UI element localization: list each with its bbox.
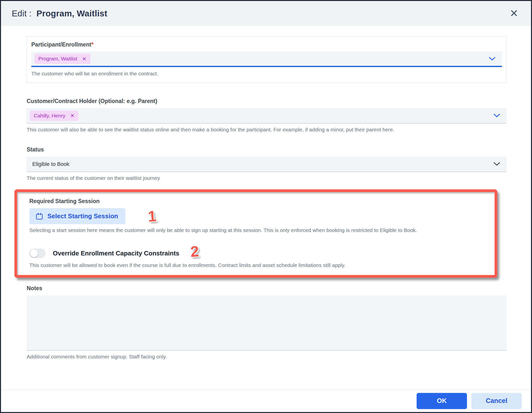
required-asterisk: * bbox=[91, 41, 93, 48]
annotation-number-2: 2 bbox=[190, 244, 200, 259]
modal-footer: OK Cancel bbox=[1, 390, 531, 412]
participant-field-group: Participant/Enrollment* Program, Waitlis… bbox=[27, 36, 507, 83]
select-starting-session-label: Select Starting Session bbox=[47, 212, 118, 220]
customer-select[interactable]: Cahilly, Henry ✕ bbox=[27, 108, 507, 124]
customer-label: Customer/Contract Holder (Optional: e.g.… bbox=[27, 98, 507, 104]
status-field-group: Status Eligible to Book The current stat… bbox=[27, 146, 507, 181]
notes-input[interactable] bbox=[27, 295, 507, 351]
title-record-name: Program, Waitlist bbox=[36, 9, 107, 18]
customer-tag-remove-icon[interactable]: ✕ bbox=[70, 113, 75, 118]
participant-label: Participant/Enrollment* bbox=[31, 41, 502, 48]
title-prefix: Edit : bbox=[12, 9, 32, 18]
notes-label: Notes bbox=[27, 285, 507, 292]
override-capacity-helper: This customer will be allowed to book ev… bbox=[29, 262, 495, 268]
participant-tag-label: Program, Waitlist bbox=[38, 56, 77, 62]
customer-tag: Cahilly, Henry ✕ bbox=[30, 111, 78, 121]
status-label: Status bbox=[27, 146, 507, 153]
participant-tag: Program, Waitlist ✕ bbox=[34, 54, 90, 64]
annotation-highlight-box: Required Starting Session Select Startin… bbox=[14, 189, 497, 278]
starting-session-helper: Selecting a start session here means the… bbox=[29, 227, 495, 233]
starting-session-row: Select Starting Session 1 bbox=[29, 208, 495, 224]
status-helper: The current status of the customer on th… bbox=[27, 175, 507, 181]
override-capacity-label: Override Enrollment Capacity Constraints bbox=[53, 250, 179, 257]
starting-session-label: Required Starting Session bbox=[29, 198, 495, 205]
customer-tag-label: Cahilly, Henry bbox=[34, 113, 65, 119]
customer-field-group: Customer/Contract Holder (Optional: e.g.… bbox=[27, 98, 507, 133]
annotation-number-1: 1 bbox=[147, 208, 157, 224]
participant-helper: The customer who will be an enrollment i… bbox=[31, 71, 502, 77]
override-capacity-toggle[interactable] bbox=[29, 249, 45, 258]
edit-waitlist-modal: Edit : Program, Waitlist ✕ Participant/E… bbox=[0, 0, 532, 413]
close-button[interactable]: ✕ bbox=[508, 7, 520, 20]
customer-helper: This customer will also be able to see t… bbox=[27, 127, 507, 133]
status-value: Eligible to Book bbox=[30, 161, 69, 167]
close-icon: ✕ bbox=[510, 8, 518, 19]
calendar-icon bbox=[36, 213, 43, 220]
modal-body: Participant/Enrollment* Program, Waitlis… bbox=[1, 26, 531, 390]
page-title: Edit : Program, Waitlist bbox=[12, 9, 107, 18]
status-select[interactable]: Eligible to Book bbox=[27, 157, 507, 172]
override-capacity-row: Override Enrollment Capacity Constraints… bbox=[29, 247, 495, 259]
select-starting-session-button[interactable]: Select Starting Session bbox=[29, 208, 125, 224]
notes-helper: Additional comments from customer signup… bbox=[27, 354, 507, 360]
notes-field-group: Notes Additional comments from customer … bbox=[27, 285, 507, 360]
ok-button[interactable]: OK bbox=[417, 393, 467, 409]
chevron-down-icon bbox=[493, 162, 500, 166]
chevron-down-icon bbox=[493, 114, 500, 118]
chevron-down-icon bbox=[489, 57, 496, 61]
participant-tag-remove-icon[interactable]: ✕ bbox=[82, 56, 87, 61]
toggle-knob bbox=[30, 249, 38, 257]
modal-header: Edit : Program, Waitlist ✕ bbox=[1, 1, 531, 26]
cancel-button[interactable]: Cancel bbox=[471, 393, 522, 409]
participant-select[interactable]: Program, Waitlist ✕ bbox=[31, 52, 502, 67]
